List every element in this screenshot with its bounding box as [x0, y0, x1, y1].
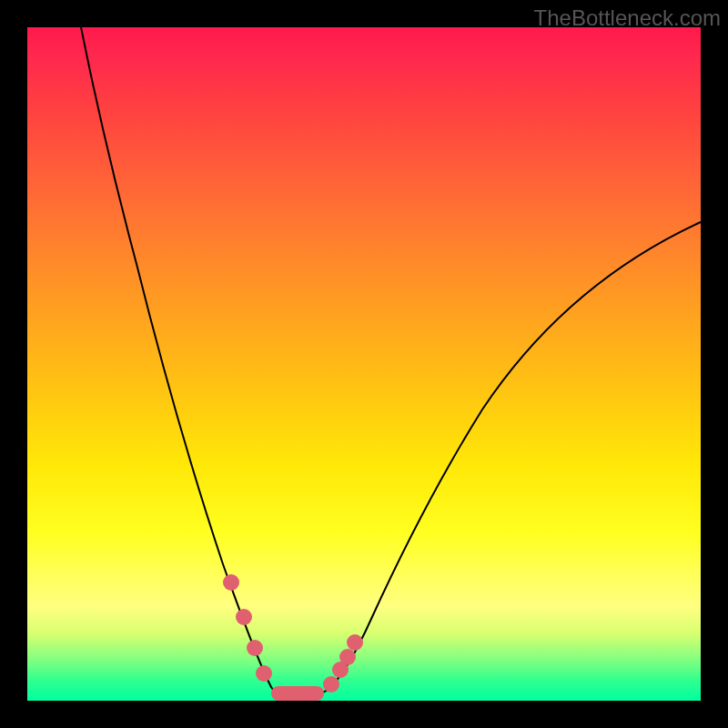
svg-point-2	[247, 640, 263, 656]
svg-rect-4	[271, 686, 324, 701]
svg-point-0	[223, 574, 239, 591]
watermark-text: TheBottleneck.com	[534, 5, 721, 31]
svg-point-5	[323, 676, 339, 693]
curve-svg	[27, 27, 701, 701]
svg-point-8	[347, 634, 363, 651]
svg-point-1	[236, 609, 252, 625]
svg-point-3	[256, 665, 272, 682]
bottleneck-curve	[81, 27, 701, 698]
pink-markers	[223, 574, 363, 701]
svg-point-7	[339, 649, 356, 665]
